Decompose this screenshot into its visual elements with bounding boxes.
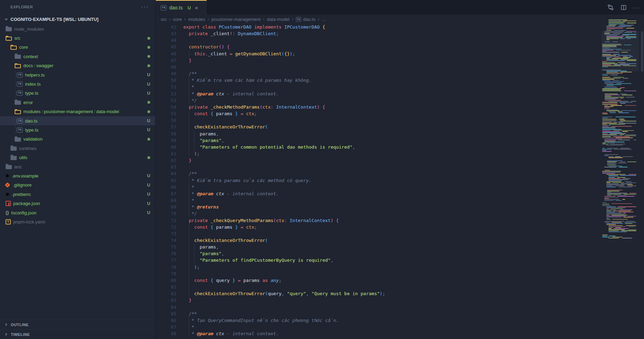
- code-line-68[interactable]: 68 *: [155, 197, 601, 204]
- tree-item-dao-ts[interactable]: TSdao.tsU: [0, 116, 155, 125]
- code-line-61[interactable]: 61 );: [155, 150, 601, 157]
- code-line-42[interactable]: 42export class PCustomerDAO implements I…: [155, 24, 601, 30]
- minimap-line: [619, 187, 632, 187]
- code-line-75[interactable]: 75 params,: [155, 244, 601, 250]
- tree-item-package-json[interactable]: package.jsonU: [0, 199, 155, 208]
- tab-dao-ts[interactable]: TS dao.ts U ×: [156, 0, 207, 15]
- minimap-line: [622, 34, 636, 35]
- minimap-line: [607, 160, 622, 161]
- section-outline[interactable]: OUTLINE: [0, 320, 155, 329]
- tree-item-error[interactable]: error: [0, 98, 155, 107]
- code-line-72[interactable]: 72 const { params } = ctx;: [155, 224, 601, 230]
- code-line-57[interactable]: 57 checkExistanceOrThrowError(: [155, 124, 601, 130]
- tree-item--gitignore[interactable]: .gitignoreU: [0, 181, 155, 190]
- code-line-71[interactable]: 71 private _checkQueryMethodParams(ctx: …: [155, 217, 601, 224]
- breadcrumb-core[interactable]: core: [173, 17, 182, 22]
- code-line-64[interactable]: 64 /**: [155, 170, 601, 177]
- breadcrumb-pcustomer-management[interactable]: pcustomer-management: [212, 17, 261, 22]
- code-line-48[interactable]: 48: [155, 64, 601, 70]
- minimap-line: [602, 150, 606, 151]
- tree-item-runtimes[interactable]: runtimes: [0, 144, 155, 153]
- line-number: 55: [155, 110, 176, 117]
- code-line-78[interactable]: 78 );: [155, 264, 601, 270]
- tree-item-context[interactable]: context: [0, 52, 155, 61]
- code-line-88[interactable]: 88 * @param ctx - internal context.: [155, 330, 601, 337]
- code-line-49[interactable]: 49 /**: [155, 70, 601, 77]
- tree-item-type-ts[interactable]: TStype.tsU: [0, 125, 155, 134]
- tree-item-modules-pcustomer-management-data-model[interactable]: modules/pcustomer-management/data-model: [0, 107, 155, 116]
- tree-item-helpers-ts[interactable]: TShelpers.tsU: [0, 70, 155, 79]
- breadcrumb--[interactable]: ...: [322, 17, 325, 22]
- code-line-70[interactable]: 70 */: [155, 210, 601, 217]
- vertical-scrollbar[interactable]: [641, 31, 643, 71]
- code-line-52[interactable]: 52 * @param ctx - internal context.: [155, 90, 601, 97]
- code-line-77[interactable]: 77 "Parameters of findPCustomerByQuery i…: [155, 257, 601, 263]
- code-line-67[interactable]: 67 * @param ctx - internal context.: [155, 190, 601, 197]
- code-line-62[interactable]: 62 }: [155, 157, 601, 164]
- code-text: private _checkMethodParams(ctx: Internal…: [183, 104, 325, 110]
- code-line-47[interactable]: 47 }: [155, 57, 601, 64]
- workspace-root-item[interactable]: COGNITO-EXAMPLE-TS [WSL: UBUNTU]: [0, 14, 155, 24]
- code-line-54[interactable]: 54 private _checkMethodParams(ctx: Inter…: [155, 104, 601, 110]
- tree-item-index-ts[interactable]: TSindex.tsU: [0, 79, 155, 88]
- tree-item-type-ts[interactable]: TStype.tsU: [0, 89, 155, 98]
- tree-item-validation[interactable]: validation: [0, 135, 155, 144]
- code-line-82[interactable]: 82 checkExistanceOrThrowError(query, "qu…: [155, 290, 601, 297]
- more-actions-icon[interactable]: ···: [633, 5, 641, 10]
- code-line-66[interactable]: 66 *: [155, 184, 601, 190]
- code-line-74[interactable]: 74 checkExistanceOrThrowError(: [155, 237, 601, 244]
- tree-item-node-modules[interactable]: node_modules: [0, 24, 155, 33]
- minimap-line: [602, 148, 605, 149]
- code-line-81[interactable]: 81: [155, 284, 601, 290]
- code-line-51[interactable]: 51 *: [155, 84, 601, 90]
- code-line-46[interactable]: 46 this._client = getDynamoDBClient({});: [155, 50, 601, 57]
- code-line-80[interactable]: 80 const { query } = params as any;: [155, 277, 601, 284]
- minimap-line: [613, 33, 621, 34]
- tree-item-pnpm-lock-yaml[interactable]: Ypnpm-lock.yaml: [0, 217, 155, 226]
- code-line-76[interactable]: 76 "params",: [155, 250, 601, 257]
- minimap-line: [602, 75, 608, 76]
- code-line-50[interactable]: 50 * Kiểm tra xem các hàm có params hay …: [155, 77, 601, 84]
- code-line-43[interactable]: 43 private _client!: DynamoDBClient;: [155, 30, 601, 37]
- tree-item-utils[interactable]: utils: [0, 153, 155, 162]
- more-actions-icon[interactable]: ···: [141, 4, 149, 10]
- open-changes-icon[interactable]: [607, 4, 614, 11]
- code-line-65[interactable]: 65 * Kiểm tra params của các method có q…: [155, 177, 601, 184]
- code-line-56[interactable]: 56: [155, 117, 601, 124]
- tree-item-src[interactable]: src: [0, 33, 155, 42]
- code-line-84[interactable]: 84: [155, 304, 601, 310]
- code-line-85[interactable]: 85 /**: [155, 310, 601, 317]
- code-line-44[interactable]: 44: [155, 37, 601, 44]
- tree-item--env-example[interactable]: ✱.env.exampleU: [0, 171, 155, 180]
- code-line-63[interactable]: 63: [155, 164, 601, 170]
- minimap-line: [602, 203, 610, 204]
- code-line-79[interactable]: 79: [155, 270, 601, 277]
- code-line-83[interactable]: 83 }: [155, 297, 601, 303]
- code-line-60[interactable]: 60 "Parameters of common potential dao m…: [155, 144, 601, 150]
- section-timeline[interactable]: TIMELINE: [0, 329, 155, 339]
- split-editor-icon[interactable]: [620, 4, 627, 11]
- minimap[interactable]: [601, 17, 639, 242]
- code-line-55[interactable]: 55 const { params } = ctx;: [155, 110, 601, 117]
- breadcrumb-modules[interactable]: modules: [188, 17, 205, 22]
- tree-item--prettierrc[interactable]: ✱.prettierrcU: [0, 190, 155, 199]
- code-line-53[interactable]: 53 */: [155, 97, 601, 104]
- tree-item-tsconfig-json[interactable]: {}tsconfig.jsonU: [0, 208, 155, 217]
- code-line-73[interactable]: 73: [155, 230, 601, 237]
- code-line-69[interactable]: 69 * @returns: [155, 204, 601, 210]
- tree-item-core[interactable]: core: [0, 43, 155, 52]
- code-line-58[interactable]: 58 params,: [155, 131, 601, 137]
- breadcrumb-dao-ts[interactable]: TSdao.ts: [296, 17, 315, 22]
- tree-item-test[interactable]: test: [0, 162, 155, 171]
- code-editor[interactable]: 42export class PCustomerDAO implements I…: [155, 24, 601, 339]
- breadcrumb-data-model[interactable]: data-model: [267, 17, 290, 22]
- breadcrumb-src[interactable]: src: [161, 17, 167, 22]
- code-text: "params",: [183, 137, 224, 144]
- tree-item-docs-swagger[interactable]: docs/swagger: [0, 61, 155, 70]
- close-icon[interactable]: ×: [195, 5, 198, 11]
- code-line-45[interactable]: 45 constructor() {: [155, 44, 601, 50]
- minimap-line: [608, 21, 621, 21]
- code-line-59[interactable]: 59 "params",: [155, 137, 601, 144]
- code-line-86[interactable]: 86 * Tạo QueryCommandInput nền cho các p…: [155, 317, 601, 324]
- code-line-87[interactable]: 87 *: [155, 324, 601, 330]
